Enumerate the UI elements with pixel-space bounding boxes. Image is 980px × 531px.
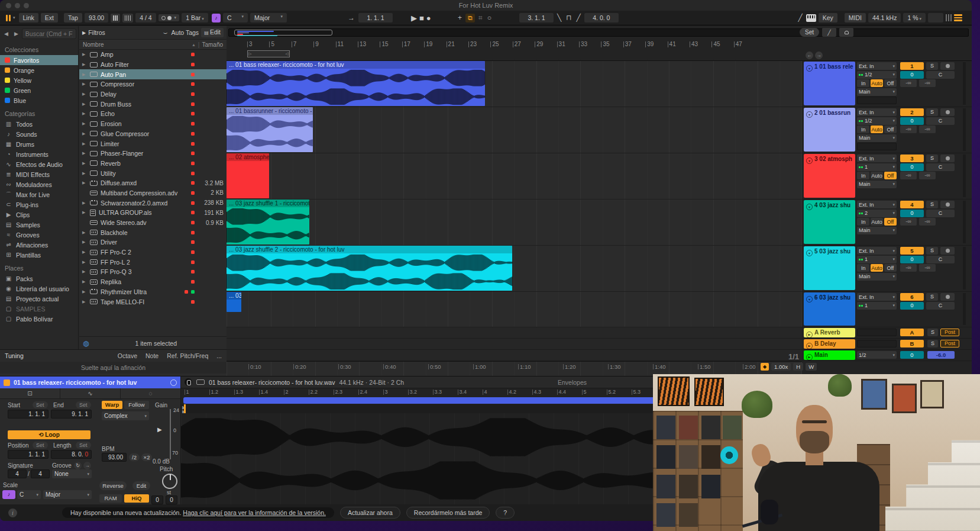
reverse-button[interactable]: Reverse [99,481,127,490]
tempo-follower-icon[interactable]: ▾ [5,14,17,22]
device-row[interactable]: ▶ Utility [79,168,227,178]
return-lane-a[interactable] [227,327,802,339]
signature-denominator[interactable]: 4 [31,469,50,478]
track-header[interactable]: ▾1 01 bass rele Ext. In▾ 1/2▾ In Auto Of… [802,61,972,107]
beat-time-ruler[interactable]: 3579111315171921232527293133353739414345… [227,38,972,61]
device-row[interactable]: ▶ Driver [79,237,227,247]
follow-button[interactable]: → [347,14,356,22]
return-post-toggle[interactable]: Post [940,340,959,347]
play-button[interactable]: ▶ [411,14,417,22]
input-type-chooser[interactable]: Ext. In▾ [857,62,897,70]
tab-envelope[interactable]: ◌ [121,388,180,398]
output-chooser[interactable]: Main▾ [857,273,897,281]
pan-value[interactable]: C [926,210,955,217]
input-type-chooser[interactable]: Ext. In▾ [857,247,897,255]
monitor-auto-button[interactable]: Auto [871,125,883,133]
sidebar-item-category[interactable]: ≣ MIDI Effects [0,169,78,179]
start-value[interactable]: 1. 1. 1 [8,410,48,419]
clip-scale-name[interactable]: Major▾ [43,490,92,499]
track-activator[interactable]: 3 [900,155,924,162]
input-type-chooser[interactable]: Ext. In▾ [857,293,897,301]
cloud-globe-icon[interactable]: ◍ [83,339,89,347]
expand-arrow-icon[interactable]: ▶ [82,102,87,107]
sidebar-item-category[interactable]: ⊂ Plug-ins [0,199,78,210]
track-fold-icon[interactable]: ▾ [806,65,813,72]
update-link[interactable]: Haga clic aquí para ver la información d… [183,509,326,516]
zoom-height-button[interactable]: H [793,363,803,371]
monitor-auto-button[interactable]: Auto [871,264,883,272]
cpu-meter[interactable]: 1 %▾ [903,13,926,22]
return-name-box[interactable]: ▶A Reverb [804,328,855,337]
audio-clip[interactable]: ... 02 atmospher [227,153,269,198]
volume-value[interactable]: 0 [900,210,924,217]
sidebar-item-place[interactable]: ◉ Librería del usuario [0,284,78,294]
hiq-button[interactable]: HiQ [124,494,149,503]
device-row[interactable]: ▶ ULTRA GROUP.als 191 KB [79,208,227,218]
sidebar-item-category[interactable]: ⇌ Afinaciones [0,240,78,250]
midi-map-button[interactable]: MIDI [845,13,866,22]
tempo-value[interactable]: 93.00 [85,13,108,22]
track-header[interactable]: ▾6 03 jazz shu Ext. In▾ 1▾ 6 S [802,292,972,327]
scale-name-selector[interactable]: Major▾ [250,13,287,22]
re-enable-automation-icon[interactable]: ⌗ [477,14,484,22]
expand-arrow-icon[interactable]: ▶ [82,230,87,235]
device-row[interactable]: ▶ Tape MELLO-FI [79,297,227,305]
time-signature[interactable]: 4 / 4 [135,13,156,22]
length-set-button[interactable]: Set [76,442,91,449]
track-fold-icon[interactable]: ▾ [806,204,813,210]
track-lane[interactable]: ... 03 jazz shuffle 2 - riccicomoto - fo… [227,246,802,292]
send-a-value[interactable]: -∞ [900,125,917,133]
sidebar-item-category[interactable]: ▤ Samples [0,220,78,230]
audio-clip[interactable]: ... 01 bassrunner - riccicomoto - f [227,107,313,152]
return-fold-icon[interactable]: ▶ [806,332,813,338]
track-header[interactable]: ▾3 02 atmosph Ext. In▾ 1▾ In Auto Off Ma… [802,153,972,199]
track-fold-icon[interactable]: ▾ [806,111,813,118]
device-row[interactable]: ▶ Erosion [79,119,227,129]
track-lane[interactable]: ... 03 jazz shuffle 1 - riccicomot [227,199,802,246]
auto-tags-toggle[interactable]: Auto Tags [172,29,199,36]
input-type-chooser[interactable]: Ext. In▾ [857,201,897,208]
audio-clip[interactable]: ... 01 bass releaxer- riccicomoto - for … [227,61,485,106]
device-row[interactable]: ▶ Schwarzonator2.0.amxd 238 KB [79,198,227,208]
monitor-switches[interactable]: In Auto Off [857,264,897,272]
tab-clip[interactable]: ⊡ [0,388,60,398]
return-post-toggle[interactable]: Post [940,329,959,336]
monitor-off-button[interactable]: Off [884,125,897,133]
sidebar-item-category[interactable]: ⌒ Max for Live [0,189,78,199]
monitor-switches[interactable]: In Auto Off [857,79,897,87]
monitor-switches[interactable]: In Auto Off [857,172,897,179]
expand-arrow-icon[interactable]: ▶ [82,260,87,265]
device-row[interactable]: ▶ Reverb [79,159,227,169]
sort-icon[interactable]: ▲ [192,43,196,47]
tuning-more-button[interactable]: ... [216,352,222,359]
loop-region-icon[interactable]: ⊓ [565,14,573,22]
length-value[interactable]: 8. 0. 0 [51,450,92,459]
send-b-value[interactable]: -∞ [919,79,936,87]
monitor-in-button[interactable]: In [857,172,869,179]
device-row[interactable]: ▶ FF Pro-Q 3 [79,267,227,277]
input-channel-chooser[interactable]: 2▾ [857,210,897,217]
volume-value[interactable]: 0 [900,117,924,125]
return-solo-button[interactable]: S [927,340,938,347]
start-set-button[interactable]: Set [33,401,48,408]
bpm-value[interactable]: 93.00 [102,453,127,462]
bpm-half-button[interactable]: /2 [129,453,140,461]
clip-title-bar[interactable]: 01 bass releaxer- riccicomoto - for hot … [0,376,180,388]
track-header[interactable]: ▾2 01 bassrun Ext. In▾ 1/2▾ In Auto Off … [802,107,972,153]
track-activator[interactable]: 5 [900,247,924,255]
sidebar-item-collection[interactable]: Favoritos [0,55,78,65]
set-loop-button[interactable]: Set [800,28,819,37]
expand-arrow-icon[interactable]: ▶ [82,250,87,255]
sidebar-item-place[interactable]: ▢ Pablo Bolívar [0,314,78,324]
playback-speed-value[interactable]: 1.00x [771,363,791,371]
return-solo-button[interactable]: S [927,329,938,336]
groove-commit-icon[interactable]: → [83,462,91,469]
audio-clip[interactable]: ... 03 jazz shuffle 1 - riccicomot [227,199,309,244]
return-activator[interactable]: B [900,340,924,347]
metronome-button[interactable]: ▾ [159,14,180,21]
device-row[interactable]: Multiband Compression.adv 2 KB [79,188,227,198]
expand-arrow-icon[interactable]: ▶ [82,111,87,116]
sidebar-item-place[interactable]: ▤ Proyecto actual [0,294,78,304]
warp-mode-chooser[interactable]: Complex▾ [102,411,149,420]
device-row[interactable]: ▶ Delay [79,89,227,99]
